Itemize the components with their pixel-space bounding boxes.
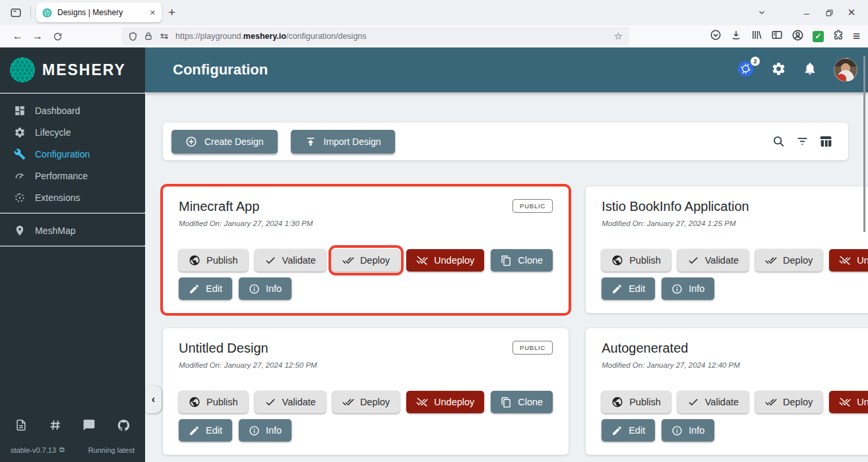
running-status: Running latest — [88, 446, 135, 454]
edit-button[interactable]: Edit — [179, 277, 232, 300]
design-title: Untitled Design — [179, 338, 268, 356]
sidebar-collapse-button[interactable]: ‹ — [145, 386, 162, 413]
info-button[interactable]: Info — [239, 419, 292, 442]
browser-tab[interactable]: Designs | Meshery ✕ — [36, 3, 162, 22]
undeploy-label: Undeploy — [857, 255, 868, 266]
github-icon[interactable] — [117, 419, 131, 435]
deploy-button[interactable]: Deploy — [755, 391, 822, 413]
table-view-icon[interactable] — [819, 134, 833, 148]
sidebar-item-configuration[interactable]: Configuration — [0, 143, 145, 165]
close-window-button[interactable]: ✕ — [840, 3, 863, 22]
sidebar-item-lifecycle[interactable]: Lifecycle — [0, 121, 145, 143]
info-button[interactable]: Info — [239, 277, 292, 300]
permissions-icon[interactable] — [159, 31, 170, 42]
double-check-off-icon — [416, 254, 428, 266]
sidebar: MESHERY Dashboard Lifecycle Configuratio… — [0, 47, 145, 462]
list-all-tabs-icon[interactable] — [751, 3, 773, 22]
main-panel: Configuration 2 Create Design — [145, 47, 868, 462]
publish-button[interactable]: Publish — [602, 249, 671, 272]
notifications-bell-icon[interactable] — [803, 61, 817, 78]
sidebar-item-extensions[interactable]: Extensions — [0, 187, 145, 208]
restore-button[interactable] — [818, 3, 840, 22]
minimize-button[interactable]: – — [795, 3, 818, 22]
info-icon — [671, 283, 683, 295]
download-icon[interactable] — [730, 29, 742, 43]
tab-close-icon[interactable]: ✕ — [150, 9, 156, 17]
pencil-icon — [611, 425, 623, 436]
edit-button[interactable]: Edit — [602, 419, 655, 442]
page-scrollbar[interactable] — [863, 56, 865, 232]
extension-check-icon[interactable]: ✓ — [813, 31, 824, 42]
clone-button[interactable]: Clone — [491, 391, 553, 413]
version-link[interactable]: stable-v0.7.13⧉ — [11, 446, 65, 454]
new-tab-button[interactable]: + — [168, 5, 175, 20]
app-header: Configuration 2 — [145, 47, 868, 92]
edit-button[interactable]: Edit — [602, 277, 655, 300]
modified-timestamp: Modified On: January 27, 2024 12:50 PM — [179, 361, 553, 369]
docs-icon[interactable] — [15, 419, 28, 435]
chat-icon[interactable] — [82, 419, 96, 435]
validate-button[interactable]: Validate — [255, 249, 326, 272]
browser-navbar: ← → https://playground.meshery.io/config… — [0, 25, 868, 47]
publish-label: Publish — [206, 397, 238, 407]
sidebar-item-performance[interactable]: Performance — [0, 165, 145, 187]
deploy-button[interactable]: Deploy — [332, 249, 400, 272]
create-design-button[interactable]: Create Design — [171, 130, 278, 154]
info-button[interactable]: Info — [662, 277, 714, 300]
url-bar[interactable]: https://playground.meshery.io/configurat… — [121, 27, 629, 45]
sidebar-footer: stable-v0.7.13⧉ Running latest — [0, 419, 145, 462]
lock-icon[interactable] — [144, 32, 153, 41]
sidebar-item-dashboard[interactable]: Dashboard — [0, 100, 145, 121]
publish-button[interactable]: Publish — [179, 391, 248, 413]
deploy-label: Deploy — [783, 397, 813, 407]
undeploy-label: Undeploy — [857, 397, 868, 407]
import-design-label: Import Design — [324, 136, 381, 147]
back-icon[interactable]: ← — [8, 27, 28, 45]
deploy-button[interactable]: Deploy — [332, 391, 400, 413]
meshery-logo[interactable]: MESHERY — [0, 47, 145, 92]
undeploy-button[interactable]: Undeploy — [829, 249, 868, 272]
deploy-button[interactable]: Deploy — [755, 249, 822, 272]
design-card: Autogenerated PUBLIC Modified On: Januar… — [586, 328, 868, 455]
tab-title: Designs | Meshery — [57, 8, 144, 17]
bookmark-star-icon[interactable]: ☆ — [614, 30, 623, 42]
meshmap-pin-icon — [14, 225, 26, 237]
library-icon[interactable] — [751, 29, 762, 43]
validate-button[interactable]: Validate — [677, 391, 749, 413]
pencil-icon — [611, 283, 623, 295]
sidebar-item-meshmap[interactable]: MeshMap — [0, 219, 145, 241]
validate-button[interactable]: Validate — [255, 391, 326, 413]
reload-icon[interactable] — [47, 27, 67, 45]
header-actions: 2 — [737, 58, 857, 82]
divider — [30, 6, 31, 19]
shield-icon[interactable] — [128, 32, 138, 42]
pocket-icon[interactable] — [710, 29, 722, 43]
settings-gear-icon[interactable] — [771, 61, 786, 79]
extensions-puzzle-icon[interactable] — [832, 29, 844, 43]
clone-button[interactable]: Clone — [491, 249, 553, 272]
filter-icon[interactable] — [795, 134, 809, 148]
validate-button[interactable]: Validate — [677, 249, 749, 272]
user-avatar[interactable] — [834, 58, 857, 82]
search-icon[interactable] — [772, 134, 786, 148]
check-icon — [687, 254, 699, 266]
sidebar-toggle-icon[interactable] — [771, 29, 783, 43]
browser-tab-strip: Designs | Meshery ✕ + – ✕ — [0, 0, 868, 25]
kubernetes-context-icon[interactable]: 2 — [737, 60, 755, 80]
meshery-logo-icon — [9, 57, 36, 83]
forward-icon[interactable]: → — [28, 27, 47, 45]
sidebar-item-label: Performance — [35, 171, 88, 181]
import-design-button[interactable]: Import Design — [291, 130, 395, 154]
publish-button[interactable]: Publish — [179, 249, 248, 272]
slack-icon[interactable] — [49, 419, 62, 435]
publish-button[interactable]: Publish — [602, 391, 671, 413]
undeploy-button[interactable]: Undeploy — [406, 391, 484, 413]
edit-button[interactable]: Edit — [179, 419, 232, 442]
undeploy-button[interactable]: Undeploy — [829, 391, 868, 413]
menu-icon[interactable]: ≡ — [853, 29, 860, 43]
firefox-view-icon[interactable] — [7, 3, 25, 22]
info-button[interactable]: Info — [662, 419, 714, 442]
account-icon[interactable] — [791, 29, 804, 44]
undeploy-button[interactable]: Undeploy — [406, 249, 484, 272]
pencil-icon — [189, 425, 200, 436]
